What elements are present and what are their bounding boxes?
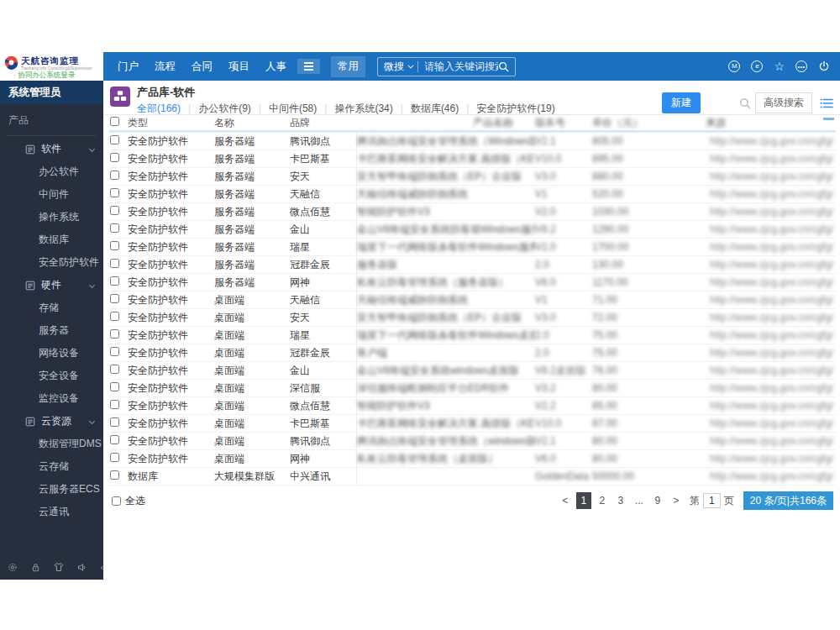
favorite-star-icon[interactable]: ☆ xyxy=(774,60,785,72)
select-all-checkbox[interactable] xyxy=(112,496,121,506)
tab[interactable]: 全部(166) xyxy=(137,102,181,116)
page-size-badge[interactable]: 20 条/页|共166条 xyxy=(743,491,833,510)
search-scope-label[interactable]: 微搜 xyxy=(384,60,404,74)
row-checkbox[interactable] xyxy=(110,347,119,356)
row-checkbox[interactable] xyxy=(110,153,119,162)
cell-source-link[interactable]: http://www.zjcg.gov.cn/cgfg/ xyxy=(706,223,836,235)
row-checkbox[interactable] xyxy=(110,365,119,374)
cell-source-link[interactable]: http://www.zjcg.gov.cn/cgfg/ xyxy=(706,294,836,306)
row-checkbox[interactable] xyxy=(110,188,119,197)
cell-source-link[interactable]: http://www.zjcg.gov.cn/cgfg/ xyxy=(706,382,836,394)
lock-icon[interactable] xyxy=(31,561,40,574)
sidebar-item[interactable]: 网络设备 xyxy=(0,342,103,365)
tab[interactable]: 中间件(58) xyxy=(251,102,317,116)
tab[interactable]: 安全防护软件(19) xyxy=(459,102,554,116)
sidebar-item[interactable]: 云通讯 xyxy=(0,501,103,523)
nav-item[interactable]: 项目 xyxy=(228,60,249,74)
row-checkbox[interactable] xyxy=(110,223,119,233)
search-icon[interactable] xyxy=(739,97,751,109)
row-checkbox[interactable] xyxy=(110,241,119,250)
global-search[interactable]: 微搜 请输入关键词搜索 xyxy=(377,57,516,76)
sidebar-item[interactable]: 云服务器ECS xyxy=(0,478,103,501)
search-icon[interactable] xyxy=(498,61,509,72)
select-all-checkbox-header[interactable] xyxy=(110,117,119,126)
list-view-icon[interactable] xyxy=(820,97,833,109)
row-checkbox[interactable] xyxy=(110,382,119,391)
theme-shirt-icon[interactable] xyxy=(54,561,64,573)
advanced-search-button[interactable]: 高级搜索 xyxy=(755,92,812,113)
page-button[interactable]: 1 xyxy=(576,492,591,509)
row-checkbox[interactable] xyxy=(110,135,119,144)
nav-item[interactable]: 门户 xyxy=(118,60,139,74)
cell-source-link[interactable]: http://www.zjcg.gov.cn/cgfg/ xyxy=(706,347,836,359)
sidebar-item[interactable]: 监控设备 xyxy=(0,387,103,410)
cell-source-link[interactable]: http://www.zjcg.gov.cn/cgfg/ xyxy=(706,259,836,270)
row-checkbox[interactable] xyxy=(110,259,119,268)
sidebar-item[interactable]: 云存储 xyxy=(0,455,103,478)
sidebar-item[interactable]: 操作系统 xyxy=(0,206,103,228)
power-icon[interactable] xyxy=(818,60,830,72)
row-checkbox[interactable] xyxy=(110,276,119,286)
sidebar-item[interactable]: 数据管理DMS xyxy=(0,433,103,455)
cell-source-link[interactable]: http://www.zjcg.gov.cn/cgfg/ xyxy=(706,435,836,447)
tab[interactable]: 办公软件(9) xyxy=(181,102,251,116)
cell-source-link[interactable]: http://www.zjcg.gov.cn/cgfg/ xyxy=(706,417,836,429)
page-button[interactable]: 2 xyxy=(595,492,610,509)
page-button[interactable]: 3 xyxy=(613,492,628,509)
search-input[interactable]: 请输入关键词搜索 xyxy=(424,60,498,74)
page-jump-input[interactable] xyxy=(703,493,721,508)
cell-source-link[interactable]: http://www.zjcg.gov.cn/cgfg/ xyxy=(706,312,836,323)
row-checkbox[interactable] xyxy=(110,470,119,480)
more-options-icon[interactable]: ••• xyxy=(795,60,807,72)
sidebar-item[interactable]: 安全设备 xyxy=(0,365,103,387)
settings-gear-icon[interactable] xyxy=(8,561,18,574)
cell-source-link[interactable]: http://www.zjcg.gov.cn/cgfg/ xyxy=(706,400,836,412)
nav-item[interactable]: 流程 xyxy=(155,60,176,74)
sidebar-item[interactable]: 安全防护软件 xyxy=(0,251,103,274)
cell-source-link[interactable]: http://www.zjcg.gov.cn/cgfg/ xyxy=(706,470,836,482)
scrollbar-indicator[interactable] xyxy=(823,118,834,120)
row-checkbox[interactable] xyxy=(110,171,119,180)
sidebar-item[interactable]: 中间件 xyxy=(0,183,103,206)
page-button[interactable]: < xyxy=(558,492,573,509)
cell-source-link[interactable]: http://www.zjcg.gov.cn/cgfg/ xyxy=(706,206,836,218)
sidebar-item[interactable]: 服务器 xyxy=(0,319,103,342)
row-checkbox[interactable] xyxy=(110,435,119,444)
oa-login-link[interactable]: · 协同办公系统登录 xyxy=(13,71,75,81)
sidebar-item[interactable]: 存储 xyxy=(0,297,103,319)
nav-item[interactable]: 人事 xyxy=(265,60,286,74)
cell-source-link[interactable]: http://www.zjcg.gov.cn/cgfg/ xyxy=(706,276,836,288)
sidebar-group[interactable]: 软件 xyxy=(0,138,103,160)
tab[interactable]: 操作系统(34) xyxy=(317,102,392,116)
row-checkbox[interactable] xyxy=(110,417,119,427)
cell-source-link[interactable]: http://www.zjcg.gov.cn/cgfg/ xyxy=(706,188,836,200)
nav-common-button[interactable]: 常用 xyxy=(331,56,365,77)
sidebar-group[interactable]: 硬件 xyxy=(0,274,103,297)
e-badge-icon[interactable]: e xyxy=(751,60,763,72)
sound-speaker-icon[interactable] xyxy=(77,561,87,574)
row-checkbox[interactable] xyxy=(110,294,119,303)
sidebar-item[interactable]: 数据库 xyxy=(0,228,103,251)
new-button[interactable]: 新建 xyxy=(662,92,701,113)
cell-source-link[interactable]: http://www.zjcg.gov.cn/cgfg/ xyxy=(706,153,836,165)
nav-menu-button[interactable] xyxy=(297,59,320,74)
sidebar-item[interactable]: 办公软件 xyxy=(0,160,103,183)
page-button[interactable]: 9 xyxy=(650,492,665,509)
nav-item[interactable]: 合同 xyxy=(192,60,213,74)
cell-source-link[interactable]: http://www.zjcg.gov.cn/cgfg/ xyxy=(706,241,836,253)
cell-source-link[interactable]: http://www.zjcg.gov.cn/cgfg/ xyxy=(706,135,836,147)
tab[interactable]: 数据库(46) xyxy=(393,102,459,116)
row-checkbox[interactable] xyxy=(110,329,119,339)
page-button[interactable]: > xyxy=(669,492,684,509)
row-checkbox[interactable] xyxy=(110,206,119,215)
page-button[interactable]: ... xyxy=(632,492,647,509)
m-badge-icon[interactable]: M xyxy=(728,60,740,72)
cell-source-link[interactable]: http://www.zjcg.gov.cn/cgfg/ xyxy=(706,453,836,465)
row-checkbox[interactable] xyxy=(110,400,119,409)
cell-source-link[interactable]: http://www.zjcg.gov.cn/cgfg/ xyxy=(706,365,836,376)
row-checkbox[interactable] xyxy=(110,312,119,321)
sidebar-group[interactable]: 云资源 xyxy=(0,410,103,433)
cell-source-link[interactable]: http://www.zjcg.gov.cn/cgfg/ xyxy=(706,171,836,182)
row-checkbox[interactable] xyxy=(110,453,119,462)
cell-source-link[interactable]: http://www.zjcg.gov.cn/cgfg/ xyxy=(706,329,836,341)
